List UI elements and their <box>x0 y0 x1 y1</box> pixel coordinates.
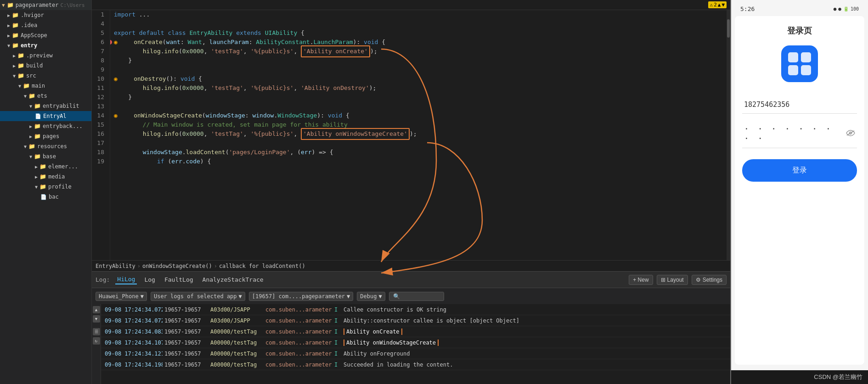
tree-element[interactable]: ▶ 📁 elemer... <box>0 161 91 172</box>
login-button[interactable]: 登录 <box>742 159 857 182</box>
log-row-5: 09-08 17:24:34.121 19657-19657 A00000/te… <box>101 348 730 359</box>
process-selector[interactable]: [19657] com....pageparameter ▼ <box>249 292 354 301</box>
new-button[interactable]: + New <box>629 275 653 285</box>
log-table: ▲ ▼ ☰ ↻ 09-08 17:24:34.072 19657-19657 A… <box>92 304 730 384</box>
battery-icon: 🔋 <box>843 6 849 11</box>
tree-entry[interactable]: ▼ 📁 entry <box>0 40 91 50</box>
down-arrow-icon[interactable]: ▼ <box>93 315 100 323</box>
tree-appscope[interactable]: ▶ 📁 AppScope <box>0 30 91 40</box>
tree-ets[interactable]: ▼ 📁 ets <box>0 91 91 101</box>
log-pkg-1: com.suben...arameter <box>264 306 333 313</box>
root-label: pageparameter <box>16 2 59 8</box>
log-row-4: 09-08 17:24:34.107 19657-19657 A00000/te… <box>101 337 730 348</box>
process-label: [19657] com....pageparameter <box>252 293 345 300</box>
log-pkg-5: com.suben...arameter <box>264 351 333 357</box>
search-box[interactable]: 🔍 <box>389 292 444 301</box>
phone-input[interactable] <box>742 96 857 114</box>
log-level-6: I <box>333 362 342 368</box>
tree-profile[interactable]: ▼ 📁 profile <box>0 182 91 192</box>
tree-hvigor[interactable]: ▶ 📁 .hvigor <box>0 10 91 20</box>
log-pkg-3: com.suben...arameter <box>264 328 333 335</box>
log-row-6: 09-08 17:24:34.198 19657-19657 A00000/te… <box>101 359 730 370</box>
tab-analyze[interactable]: AnalyzeStackTrace <box>201 275 265 284</box>
battery-level: 100 <box>851 6 859 11</box>
log-level-4: I <box>333 339 342 346</box>
breadcrumb-method[interactable]: onWindowStageCreate() <box>142 263 212 269</box>
level-selector[interactable]: Debug ▼ <box>357 292 385 301</box>
log-msg-3: Ability onCreate <box>342 328 728 335</box>
search-input[interactable] <box>402 293 439 300</box>
settings-icon: ⚙ <box>696 277 701 283</box>
up-arrow-icon[interactable]: ▲ <box>93 306 100 313</box>
level-chevron: ▼ <box>378 293 382 300</box>
log-time-2: 09-08 17:24:34.072 <box>103 317 163 324</box>
preview-panel: 5:26 ● ● 🔋 100 登录页 <box>730 0 868 384</box>
tree-resources[interactable]: ▼ 📁 resources <box>0 141 91 151</box>
log-time-3: 09-08 17:24:34.083 <box>103 328 163 335</box>
csdn-watermark: CSDN @若兰幽竹 <box>731 370 868 384</box>
log-pid-2: 19657-19657 <box>163 317 209 324</box>
chevron-down-icon[interactable]: ▼ <box>721 2 725 8</box>
device-selector[interactable]: Huawei_Phone ▼ <box>96 292 147 301</box>
layout-button[interactable]: ⊞ Layout <box>657 275 688 285</box>
tree-main[interactable]: ▼ 📁 main <box>0 81 91 91</box>
code-line-17 <box>114 139 727 148</box>
code-line-11: hilog.info(0x0000, 'testTag', '%{public}… <box>114 83 727 93</box>
log-pid-1: 19657-19657 <box>163 306 209 313</box>
code-line-19: if (err.code) { <box>114 157 727 166</box>
breadcrumb-sep-2: › <box>214 263 217 269</box>
tree-idea[interactable]: ▶ 📁 .idea <box>0 20 91 30</box>
phone-frame: 5:26 ● ● 🔋 100 登录页 <box>731 0 868 370</box>
log-type-chevron: ▼ <box>239 293 242 300</box>
code-line-1: import ... <box>114 10 727 19</box>
refresh-icon[interactable]: ↻ <box>93 337 100 345</box>
code-line-6: ◉ onCreate(want: Want, launchParam: Abil… <box>114 38 727 47</box>
tree-bac[interactable]: 📄 bac <box>0 192 91 202</box>
code-line-7: hilog.info(0x0000, 'testTag', '%{public}… <box>114 47 727 56</box>
scroll-track[interactable] <box>727 10 730 260</box>
log-prefix: Log: <box>96 276 110 283</box>
tree-entryabilit[interactable]: ▼ 📁 entryabilit <box>0 101 91 111</box>
code-line-10: ◉ onDestroy(): void { <box>114 74 727 83</box>
tree-entryability-file[interactable]: 📄 EntryAl <box>0 111 91 121</box>
tree-entryback[interactable]: ▶ 📁 entryback... <box>0 121 91 131</box>
tree-media[interactable]: ▶ 📁 media <box>0 172 91 182</box>
code-line-9 <box>114 65 727 74</box>
phone-status-bar: 5:26 ● ● 🔋 100 <box>735 4 864 14</box>
code-line-15: // Main window is created, set main page… <box>114 120 727 129</box>
breadcrumb-entry[interactable]: EntryAbility <box>96 263 135 269</box>
tab-log[interactable]: Log <box>142 275 157 284</box>
log-type-selector[interactable]: User logs of selected app ▼ <box>151 292 245 301</box>
logo-dot-2 <box>801 52 811 62</box>
log-row-3: 09-08 17:24:34.083 19657-19657 A00000/te… <box>101 326 730 337</box>
eye-icon[interactable] <box>846 129 855 138</box>
code-line-12: } <box>114 93 727 102</box>
log-msg-5: Ability onForeground <box>342 351 728 357</box>
tree-preview[interactable]: ▶ 📁 .preview <box>0 50 91 61</box>
filter-icon[interactable]: ☰ <box>93 328 100 335</box>
tree-build[interactable]: ▶ 📁 build <box>0 61 91 71</box>
log-rows-container: 09-08 17:24:34.072 19657-19657 A03d00/JS… <box>101 304 730 384</box>
log-header: Huawei_Phone ▼ User logs of selected app… <box>92 288 730 304</box>
tree-src[interactable]: ▼ 📁 src <box>0 71 91 81</box>
debug-dot-6 <box>110 40 112 45</box>
breadcrumb-callback[interactable]: callback for loadContent() <box>219 263 305 269</box>
logo-dot-4 <box>801 65 811 75</box>
log-msg-2: Ability::constructor callee is object [o… <box>342 317 728 324</box>
log-tag-3: A00000/testTag <box>209 328 264 335</box>
debug-marker-6: ◉ <box>114 38 118 47</box>
code-header: ⚠ 2 ▲ ▼ <box>92 0 730 10</box>
log-pid-4: 19657-19657 <box>163 339 209 346</box>
chevron-up-icon[interactable]: ▲ <box>718 2 721 8</box>
tab-hilog[interactable]: HiLog <box>115 275 137 284</box>
tree-root[interactable]: ▼ 📁 pageparameter C:\Users <box>0 0 91 10</box>
device-label: Huawei_Phone <box>99 293 139 300</box>
tab-faultlog[interactable]: FaultLog <box>163 275 195 284</box>
tree-pages[interactable]: ▶ 📁 pages <box>0 131 91 141</box>
settings-button[interactable]: ⚙ Settings <box>692 275 727 285</box>
log-msg-4: Ability onWindowStageCreate <box>342 339 728 346</box>
log-pkg-4: com.suben...arameter <box>264 339 333 346</box>
tree-base[interactable]: ▼ 📁 base <box>0 151 91 161</box>
logo-dot-1 <box>788 52 798 62</box>
watermark-text: CSDN @若兰幽竹 <box>814 373 862 380</box>
